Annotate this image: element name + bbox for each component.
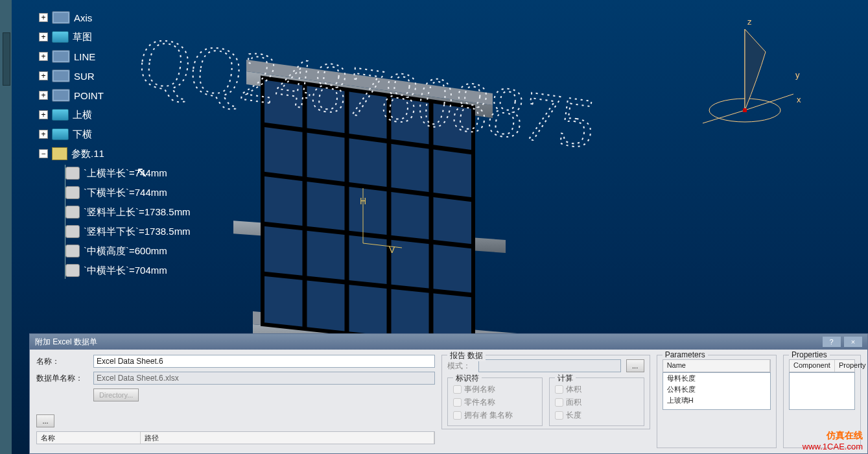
tree-param[interactable]: `中横高度`=600mm bbox=[65, 243, 191, 259]
cube-icon bbox=[52, 50, 70, 63]
side-toolbar[interactable] bbox=[0, 0, 12, 454]
folder-icon bbox=[52, 31, 69, 43]
mode-input bbox=[478, 359, 621, 372]
tree-item-bottom-rail[interactable]: +下横 bbox=[39, 126, 191, 143]
tree-label: LINE bbox=[74, 51, 95, 62]
list-item[interactable]: 上玻璃H bbox=[663, 395, 770, 406]
chk-label: 事例名称 bbox=[464, 384, 495, 395]
link-param-icon bbox=[65, 264, 80, 277]
property-list[interactable] bbox=[789, 372, 855, 410]
svg-text:V: V bbox=[389, 245, 395, 255]
svg-marker-11 bbox=[263, 78, 473, 347]
tree-param[interactable]: `竖料半下长`=1738.5mm bbox=[65, 223, 191, 240]
link-param-icon bbox=[65, 186, 80, 199]
cube-icon bbox=[52, 89, 70, 102]
checkbox-part-name bbox=[453, 398, 462, 407]
checkbox-owner-set bbox=[453, 411, 462, 420]
site-watermark: 仿真在线 www.1CAE.com bbox=[803, 430, 863, 451]
chk-label: 长度 bbox=[566, 410, 581, 421]
svg-marker-8 bbox=[233, 221, 506, 253]
chk-label: 零件名称 bbox=[464, 397, 495, 408]
col-header-property: Property bbox=[835, 360, 868, 372]
axis-x-label: x bbox=[797, 95, 801, 104]
chk-label: 体积 bbox=[566, 384, 581, 395]
tree-label: POINT bbox=[74, 90, 104, 101]
group-title: 标识符 bbox=[453, 373, 482, 384]
tree-label: `竖料半上长`=1738.5mm bbox=[84, 206, 191, 219]
tree-label: 上横 bbox=[73, 109, 92, 121]
tree-item-params[interactable]: −参数.11 bbox=[39, 145, 191, 162]
expand-icon[interactable]: + bbox=[39, 91, 48, 100]
dialog-titlebar[interactable]: 附加 Excel 数据单 ? × bbox=[30, 334, 867, 350]
svg-line-14 bbox=[263, 224, 473, 246]
folder-icon bbox=[52, 109, 69, 121]
checkbox-area bbox=[555, 398, 563, 407]
name-input[interactable] bbox=[93, 355, 435, 368]
svg-line-15 bbox=[263, 274, 473, 295]
link-param-icon bbox=[65, 167, 80, 180]
axis-y-label: y bbox=[795, 70, 800, 80]
tree-param[interactable]: `上横半长`=744mm bbox=[65, 165, 191, 182]
link-param-icon bbox=[65, 225, 80, 238]
tree-label: `下横半长`=744mm bbox=[84, 187, 167, 199]
tree-label: 下横 bbox=[73, 128, 92, 141]
svg-line-3 bbox=[703, 110, 745, 123]
directory-button: Directory... bbox=[93, 388, 139, 401]
table-header: 名称 路径 bbox=[36, 431, 435, 444]
list-item[interactable]: 母料长度 bbox=[663, 373, 770, 384]
browse-button[interactable]: ... bbox=[36, 414, 54, 427]
checkbox-volume bbox=[555, 385, 563, 394]
parameter-icon bbox=[52, 147, 67, 160]
collapse-icon[interactable]: − bbox=[39, 149, 48, 158]
watermark-line2: www.1CAE.com bbox=[803, 442, 863, 451]
group-title: 报告 数据 bbox=[447, 350, 486, 361]
watermark-line1: 仿真在线 bbox=[803, 430, 863, 442]
svg-rect-4 bbox=[743, 108, 747, 112]
tree-label: `中横高度`=600mm bbox=[84, 245, 167, 257]
chk-label: 拥有者 集名称 bbox=[464, 410, 513, 421]
compute-group: 计算 体积 面积 长度 bbox=[549, 377, 644, 426]
identifier-group: 标识符 事例名称 零件名称 拥有者 集名称 bbox=[447, 377, 543, 426]
expand-icon[interactable]: + bbox=[39, 110, 48, 119]
sheet-label: 数据单名称： bbox=[36, 373, 88, 384]
specification-tree[interactable]: +Axis +草图 +LINE +SUR +POINT +上横 +下横 −参数.… bbox=[39, 6, 191, 281]
expand-icon[interactable]: + bbox=[39, 13, 48, 22]
link-param-icon bbox=[65, 245, 80, 257]
parameter-list[interactable]: 母料长度 公料长度 上玻璃H bbox=[663, 372, 771, 410]
expand-icon[interactable]: + bbox=[39, 130, 48, 139]
expand-icon[interactable]: + bbox=[39, 32, 48, 42]
svg-line-13 bbox=[263, 174, 473, 200]
tree-label: `上横半长`=744mm bbox=[84, 167, 167, 180]
tree-label: `竖料半下长`=1738.5mm bbox=[84, 226, 191, 238]
tree-param[interactable]: `下横半长`=744mm bbox=[65, 184, 191, 201]
col-header-component: Component bbox=[790, 360, 835, 372]
tree-item-top-rail[interactable]: +上横 bbox=[39, 106, 191, 123]
list-item[interactable]: 公料长度 bbox=[663, 384, 770, 395]
link-param-icon bbox=[65, 206, 80, 219]
compass-widget[interactable]: z y x bbox=[680, 13, 810, 130]
tree-label: 草图 bbox=[73, 31, 92, 43]
tree-label: 参数.11 bbox=[71, 148, 104, 160]
expand-icon[interactable]: + bbox=[39, 71, 48, 80]
mode-browse-button[interactable]: ... bbox=[626, 359, 644, 372]
tree-item-sur[interactable]: +SUR bbox=[39, 67, 191, 84]
tree-param[interactable]: `竖料半上长`=1738.5mm bbox=[65, 204, 191, 221]
expand-icon[interactable]: + bbox=[39, 52, 48, 61]
svg-text:H: H bbox=[360, 196, 366, 206]
axis-z-label: z bbox=[747, 17, 752, 27]
cube-icon bbox=[52, 11, 70, 24]
tree-param[interactable]: `中横半长`=704mm bbox=[65, 262, 191, 279]
checkbox-instance-name bbox=[453, 385, 462, 394]
tree-item-line[interactable]: +LINE bbox=[39, 48, 191, 65]
tree-label: SUR bbox=[74, 71, 95, 82]
tree-item-point[interactable]: +POINT bbox=[39, 87, 191, 104]
chk-label: 面积 bbox=[566, 397, 581, 408]
svg-line-12 bbox=[263, 125, 473, 152]
tree-item-axis[interactable]: +Axis bbox=[39, 9, 191, 26]
svg-line-23 bbox=[363, 243, 402, 248]
excel-data-sheet-dialog[interactable]: 附加 Excel 数据单 ? × 名称： 数据单名称： Directory...… bbox=[29, 333, 868, 454]
report-data-group: 报告 数据 模式： ... 标识符 事例名称 零件名称 拥有者 集名称 计算 bbox=[441, 355, 650, 429]
close-button[interactable]: × bbox=[844, 337, 862, 347]
help-button[interactable]: ? bbox=[823, 337, 841, 347]
tree-item-sketch[interactable]: +草图 bbox=[39, 29, 191, 45]
